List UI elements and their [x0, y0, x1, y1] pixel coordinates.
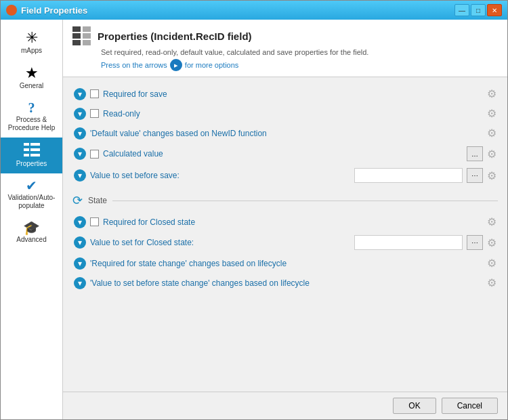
- hint-suffix: for more options: [185, 61, 238, 69]
- label-value-before-save: Value to set before save:: [90, 171, 350, 180]
- expand-required-state-change[interactable]: ▾: [74, 257, 86, 270]
- expand-default-value[interactable]: ▾: [74, 127, 86, 140]
- row-default-value: ▾ 'Default value' changes based on NewID…: [72, 123, 498, 143]
- row-value-closed: ▾ Value to set for Closed state: ⋯ ⚙: [72, 232, 498, 253]
- sidebar-label-general: General: [20, 82, 44, 90]
- validation-icon: ✔: [26, 179, 37, 192]
- gear-calculated[interactable]: ⚙: [487, 148, 496, 161]
- icon-rect-2: [83, 26, 91, 32]
- gear-required-save[interactable]: ⚙: [487, 87, 496, 100]
- gear-value-state-change[interactable]: ⚙: [487, 276, 496, 289]
- label-value-closed: Value to set for Closed state:: [90, 238, 350, 247]
- minimize-button[interactable]: —: [454, 4, 469, 16]
- sidebar-label-properties: Properties: [16, 160, 47, 168]
- properties-icon: [24, 143, 40, 159]
- gear-read-only[interactable]: ⚙: [487, 107, 496, 120]
- label-required-closed: Required for Closed state: [103, 217, 483, 227]
- sidebar-item-advanced[interactable]: 🎓 Advanced: [1, 215, 62, 249]
- state-refresh-icon: ⟳: [72, 193, 83, 208]
- checkbox-required-closed[interactable]: [90, 217, 99, 226]
- state-section-divider: ⟳ State: [72, 193, 498, 208]
- icon-rect-5: [72, 40, 81, 45]
- gear-value-closed[interactable]: ⚙: [487, 236, 496, 249]
- maximize-button[interactable]: □: [471, 4, 486, 16]
- icon-row-3: [72, 40, 91, 45]
- expand-read-only[interactable]: ▾: [74, 108, 86, 120]
- row-value-state-change: ▾ 'Value to set before state change' cha…: [72, 273, 498, 293]
- label-required-state-change: 'Required for state change' changes base…: [90, 259, 483, 268]
- svg-rect-4: [24, 154, 29, 156]
- label-value-state-change: 'Value to set before state change' chang…: [90, 278, 483, 288]
- main-content: Properties (Incident.RecID field) Set re…: [63, 20, 507, 419]
- gear-value-before-save[interactable]: ⚙: [487, 169, 496, 182]
- mapps-icon: ✳: [26, 30, 38, 45]
- close-button[interactable]: ✕: [487, 4, 502, 16]
- browse-value-before-save[interactable]: ⋯: [467, 168, 483, 183]
- general-icon: ★: [25, 66, 39, 81]
- checkbox-read-only[interactable]: [90, 109, 99, 118]
- label-read-only: Read-only: [103, 109, 483, 119]
- sidebar-item-general[interactable]: ★ General: [1, 60, 62, 96]
- sidebar-item-properties[interactable]: Properties: [1, 138, 62, 173]
- svg-rect-2: [24, 148, 29, 151]
- icon-row-2: [72, 33, 91, 39]
- process-icon: ?: [28, 101, 35, 114]
- icon-rect-3: [72, 33, 81, 39]
- checkbox-calculated[interactable]: [90, 150, 99, 159]
- browse-value-closed[interactable]: ⋯: [467, 235, 483, 250]
- header-section: Properties (Incident.RecID field) Set re…: [63, 20, 507, 77]
- state-divider-line: [112, 201, 498, 201]
- expand-calculated[interactable]: ▾: [74, 148, 86, 160]
- header-title: Properties (Incident.RecID field): [98, 30, 252, 42]
- header-icon-block: [72, 26, 91, 45]
- window-title: Field Properties: [21, 5, 87, 16]
- sidebar-label-process: Process & Procedure Help: [8, 116, 55, 132]
- icon-rect-4: [83, 33, 91, 39]
- expand-value-state-change[interactable]: ▾: [74, 277, 86, 289]
- header-hint: Press on the arrows ▸ for more options: [101, 59, 498, 71]
- input-value-closed[interactable]: [354, 235, 463, 250]
- svg-rect-1: [30, 143, 40, 146]
- svg-rect-5: [30, 154, 40, 156]
- row-read-only: ▾ Read-only ⚙: [72, 104, 498, 123]
- row-value-before-save: ▾ Value to set before save: ⋯ ⚙: [72, 165, 498, 186]
- sidebar-item-process[interactable]: ? Process & Procedure Help: [1, 96, 62, 138]
- title-bar: Field Properties — □ ✕: [1, 1, 507, 20]
- label-default-value: 'Default value' changes based on NewID f…: [90, 129, 483, 138]
- hint-arrow-icon: ▸: [170, 59, 182, 71]
- header-description: Set required, read-only, default value, …: [101, 48, 498, 56]
- content-area: ▾ Required for save ⚙ ▾ Read-only ⚙ ▾ 'D…: [63, 77, 507, 392]
- sidebar-label-validation: Validation/Auto-populate: [3, 194, 60, 210]
- icon-rect-6: [83, 40, 91, 45]
- title-bar-buttons: — □ ✕: [454, 4, 502, 16]
- cancel-button[interactable]: Cancel: [442, 398, 498, 414]
- expand-required-save[interactable]: ▾: [74, 88, 86, 100]
- svg-rect-0: [24, 143, 29, 146]
- label-calculated: Calculated value: [103, 149, 463, 159]
- expand-value-before-save[interactable]: ▾: [74, 169, 86, 182]
- gear-default-value[interactable]: ⚙: [487, 127, 496, 140]
- checkbox-required-save[interactable]: [90, 89, 99, 98]
- state-section-label: State: [88, 196, 107, 205]
- header-top: Properties (Incident.RecID field): [72, 26, 498, 45]
- sidebar-item-mapps[interactable]: ✳ mApps: [1, 25, 62, 60]
- row-required-save: ▾ Required for save ⚙: [72, 84, 498, 104]
- input-value-before-save[interactable]: [354, 168, 463, 183]
- label-required-save: Required for save: [103, 89, 483, 99]
- expand-required-closed[interactable]: ▾: [74, 216, 86, 228]
- gear-required-state-change[interactable]: ⚙: [487, 257, 496, 270]
- ok-button[interactable]: OK: [393, 398, 436, 414]
- svg-rect-3: [30, 148, 40, 151]
- field-properties-window: Field Properties — □ ✕ ✳ mApps ★ General…: [0, 0, 508, 420]
- window-body: ✳ mApps ★ General ? Process & Procedure …: [1, 20, 507, 419]
- expand-value-closed[interactable]: ▾: [74, 236, 86, 249]
- row-calculated: ▾ Calculated value … ⚙: [72, 143, 498, 165]
- app-icon: [6, 5, 17, 16]
- title-bar-left: Field Properties: [6, 5, 87, 16]
- sidebar-label-mapps: mApps: [21, 47, 42, 55]
- sidebar-item-validation[interactable]: ✔ Validation/Auto-populate: [1, 173, 62, 215]
- dots-calculated[interactable]: …: [467, 146, 483, 161]
- hint-prefix: Press on the arrows: [101, 61, 167, 69]
- gear-required-closed[interactable]: ⚙: [487, 215, 496, 228]
- sidebar-label-advanced: Advanced: [16, 236, 46, 244]
